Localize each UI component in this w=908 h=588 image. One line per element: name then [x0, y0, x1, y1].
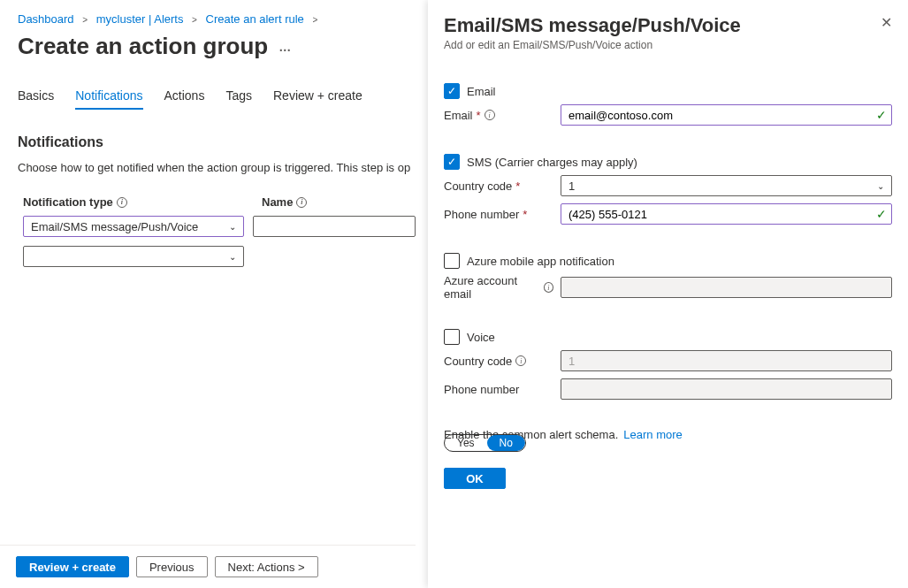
required-icon: * — [515, 179, 520, 193]
sms-check-label: SMS (Carrier charges may apply) — [467, 156, 637, 169]
email-checkbox[interactable]: ✓ — [444, 83, 460, 99]
voice-phone-input — [561, 378, 892, 400]
voice-country-input — [561, 350, 892, 371]
info-icon[interactable]: i — [544, 282, 553, 293]
learn-more-link[interactable]: Learn more — [623, 428, 682, 441]
sms-phone-label: Phone number — [444, 208, 519, 221]
tab-actions[interactable]: Actions — [164, 83, 205, 110]
page-title: Create an action group — [18, 33, 268, 60]
breadcrumb-cluster-alerts[interactable]: mycluster | Alerts — [96, 12, 184, 26]
panel-subtitle: Add or edit an Email/SMS/Push/Voice acti… — [444, 39, 741, 51]
email-input[interactable] — [561, 104, 892, 126]
notification-name-input[interactable] — [253, 216, 416, 237]
push-check-label: Azure mobile app notification — [467, 255, 614, 268]
push-email-input — [561, 277, 892, 298]
info-icon[interactable]: i — [485, 110, 495, 120]
review-create-button[interactable]: Review + create — [16, 556, 129, 577]
close-icon[interactable]: ✕ — [881, 14, 892, 31]
sms-checkbox[interactable]: ✓ — [444, 154, 460, 170]
previous-button[interactable]: Previous — [136, 556, 208, 577]
voice-checkbox[interactable] — [444, 329, 460, 345]
info-icon[interactable]: i — [296, 197, 307, 208]
breadcrumb-create-alert-rule[interactable]: Create an alert rule — [206, 12, 304, 26]
required-icon: * — [477, 109, 481, 122]
col-notification-type: Notification type i — [23, 195, 244, 209]
checkmark-icon: ✓ — [447, 156, 456, 168]
checkmark-icon: ✓ — [447, 85, 456, 97]
info-icon[interactable]: i — [515, 355, 526, 366]
push-checkbox[interactable] — [444, 253, 460, 269]
required-icon: * — [523, 208, 527, 221]
email-label: Email — [444, 109, 473, 122]
ok-button[interactable]: OK — [444, 468, 506, 489]
chevron-right-icon: > — [312, 15, 317, 25]
tab-tags[interactable]: Tags — [225, 83, 252, 110]
panel-title: Email/SMS message/Push/Voice — [444, 14, 741, 37]
notification-type-select[interactable]: ⌄ — [23, 246, 244, 267]
footer-actions: Review + create Previous Next: Actions > — [0, 545, 416, 588]
voice-country-label: Country code — [444, 355, 512, 368]
next-button[interactable]: Next: Actions > — [215, 556, 318, 577]
tab-review-create[interactable]: Review + create — [273, 83, 362, 110]
voice-check-label: Voice — [467, 331, 495, 344]
voice-phone-label: Phone number — [444, 383, 519, 396]
notification-type-select[interactable]: Email/SMS message/Push/Voice ⌄ — [23, 216, 244, 237]
valid-check-icon: ✓ — [876, 108, 887, 122]
schema-toggle[interactable]: Yes No — [444, 434, 526, 452]
chevron-down-icon: ⌄ — [229, 222, 236, 232]
sms-country-label: Country code — [444, 179, 512, 193]
schema-no[interactable]: No — [487, 435, 525, 451]
chevron-right-icon: > — [82, 15, 88, 25]
chevron-down-icon: ⌄ — [877, 181, 884, 191]
sms-phone-input[interactable] — [561, 203, 892, 225]
breadcrumb-dashboard[interactable]: Dashboard — [18, 12, 74, 26]
tab-notifications[interactable]: Notifications — [75, 83, 142, 110]
more-icon[interactable]: … — [279, 40, 292, 54]
chevron-down-icon: ⌄ — [229, 252, 236, 262]
col-name: Name i — [262, 195, 421, 209]
push-email-label: Azure account email — [444, 274, 540, 301]
chevron-right-icon: > — [192, 15, 197, 25]
tab-basics[interactable]: Basics — [18, 83, 54, 110]
side-panel: Email/SMS message/Push/Voice Add or edit… — [428, 0, 908, 588]
info-icon[interactable]: i — [117, 197, 127, 208]
sms-country-select[interactable]: 1 ⌄ — [561, 175, 892, 196]
schema-yes[interactable]: Yes — [445, 435, 487, 451]
email-check-label: Email — [467, 85, 496, 98]
valid-check-icon: ✓ — [876, 207, 887, 221]
